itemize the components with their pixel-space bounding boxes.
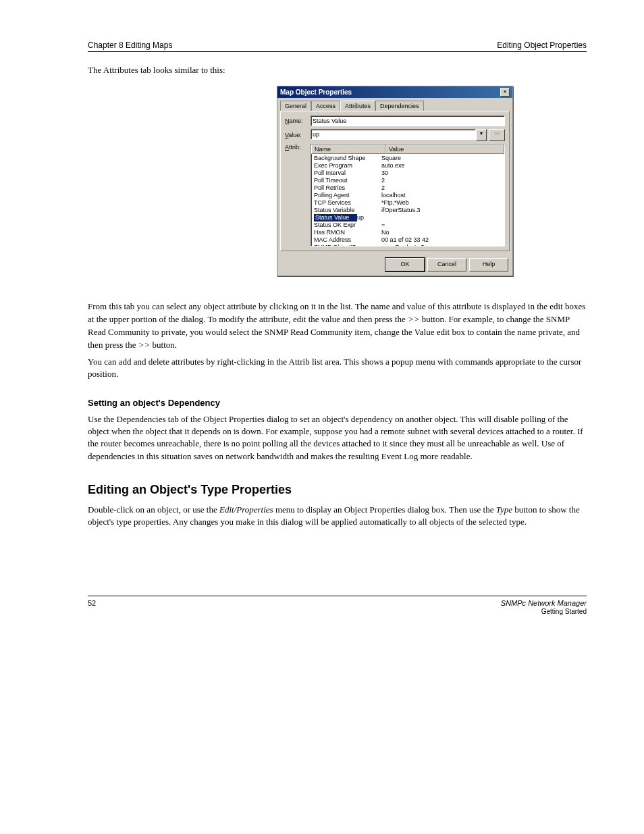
footer-sub: Getting Started <box>541 608 587 615</box>
help-button[interactable]: Help <box>469 258 508 271</box>
page-number: 52 <box>88 599 96 615</box>
list-item[interactable]: Poll Timeout2 <box>311 177 504 184</box>
list-item[interactable]: Exec Programauto.exe <box>311 162 504 170</box>
list-item-value: 00 a1 ef 02 33 42 <box>381 236 502 244</box>
list-item-name: TCP Services <box>314 199 381 207</box>
dialog-title: Map Object Properties <box>280 88 352 96</box>
col-header-name[interactable]: Name <box>311 145 385 154</box>
apply-value-button[interactable]: >> <box>489 129 505 141</box>
list-item-value: ifOperStatus.3 <box>381 207 502 214</box>
list-item-value: = <box>381 221 502 229</box>
list-item-value: *Ftp,*Web <box>381 199 502 207</box>
name-input[interactable]: Status Value <box>311 115 505 126</box>
tab-access[interactable]: Access <box>311 101 340 111</box>
list-item-value: 2 <box>381 177 502 184</box>
header-left: Chapter 8 Editing Maps <box>88 41 172 50</box>
dialog-panel: Name: Status Value Value: up ▼ >> Attrib… <box>280 111 510 251</box>
sec-para-b: menu to display an Object Properties dia… <box>273 504 496 515</box>
page-footer: 52 SNMPc Network Manager Getting Started <box>88 596 587 615</box>
list-item-name: Exec Program <box>314 162 381 170</box>
dialog-titlebar[interactable]: Map Object Properties × <box>277 86 512 98</box>
list-item-value: up <box>357 214 502 221</box>
intro-text: The Attributes tab looks similar to this… <box>88 64 587 76</box>
list-item[interactable]: Polling Agentlocalhost <box>311 192 504 199</box>
tab-general[interactable]: General <box>280 101 311 111</box>
list-item[interactable]: Background ShapeSquare <box>311 155 504 162</box>
list-item-name: Background Shape <box>314 155 381 162</box>
list-item-value: 30 <box>381 170 502 177</box>
list-item[interactable]: MAC Address00 a1 ef 02 33 42 <box>311 236 504 244</box>
step-para: Use the Dependencies tab of the Object P… <box>88 413 587 463</box>
tab-dependencies[interactable]: Dependencies <box>375 101 424 111</box>
list-item[interactable]: Poll Interval30 <box>311 170 504 177</box>
value-input[interactable]: up <box>311 129 476 140</box>
list-item[interactable]: Status VariableifOperStatus.3 <box>311 207 504 214</box>
list-item-value: ciscoProducts.3 <box>381 244 502 246</box>
footer-product: SNMPc Network Manager <box>501 599 587 607</box>
list-item-name: Poll Retries <box>314 184 381 192</box>
list-item-name: Has RMON <box>314 229 381 236</box>
btn-ref2: >> <box>138 340 151 350</box>
list-item[interactable]: Status Valueup <box>311 214 504 221</box>
list-item[interactable]: Status OK Expr= <box>311 221 504 229</box>
list-item-name: SNMP ObjectID <box>314 244 381 246</box>
map-object-properties-dialog: Map Object Properties × General Access A… <box>277 86 513 276</box>
close-icon[interactable]: × <box>500 88 510 97</box>
ok-button[interactable]: OK <box>385 258 425 271</box>
col-header-value[interactable]: Value <box>385 145 504 154</box>
menu-ref1: Edit/Properties <box>219 504 273 515</box>
attrib-label: Attrib: <box>285 144 311 246</box>
list-item-value: No <box>381 229 502 236</box>
sec-para-a: Double-click on an object, or use the <box>88 504 219 515</box>
list-item-name: Poll Interval <box>314 170 381 177</box>
dialog-tabs: General Access Attributes Dependencies <box>277 98 512 111</box>
cancel-button[interactable]: Cancel <box>427 258 466 271</box>
value-label: Value: <box>285 132 311 138</box>
list-item-value: localhost <box>381 192 502 199</box>
list-item-name: MAC Address <box>314 236 381 244</box>
tab-attributes[interactable]: Attributes <box>340 101 375 111</box>
list-item-name: Polling Agent <box>314 192 381 199</box>
name-label: Name: <box>285 118 311 124</box>
list-item-value: auto.exe <box>381 162 502 170</box>
list-item[interactable]: TCP Services*Ftp,*Web <box>311 199 504 207</box>
section-heading: Editing an Object's Type Properties <box>88 483 587 497</box>
list-item[interactable]: Poll Retries2 <box>311 184 504 192</box>
header-right: Editing Object Properties <box>497 41 587 50</box>
attrib-listbox[interactable]: Name Value Background ShapeSquareExec Pr… <box>311 144 505 246</box>
list-item-value: 2 <box>381 184 502 192</box>
note-para: You can add and delete attributes by rig… <box>88 356 587 380</box>
menu-ref2: Type <box>496 504 512 515</box>
list-item-value: Square <box>381 155 502 162</box>
chevron-down-icon[interactable]: ▼ <box>476 129 487 141</box>
list-item-name: Poll Timeout <box>314 177 381 184</box>
list-item-name: Status Value <box>314 214 357 221</box>
list-item-name: Status OK Expr <box>314 221 381 229</box>
btn-ref1: >> <box>408 314 420 324</box>
step-heading: Setting an object's Dependency <box>88 398 587 408</box>
list-item-name: Status Variable <box>314 207 381 214</box>
para1-c: button. <box>150 340 177 350</box>
list-item[interactable]: SNMP ObjectIDciscoProducts.3 <box>311 244 504 246</box>
list-item[interactable]: Has RMONNo <box>311 229 504 236</box>
